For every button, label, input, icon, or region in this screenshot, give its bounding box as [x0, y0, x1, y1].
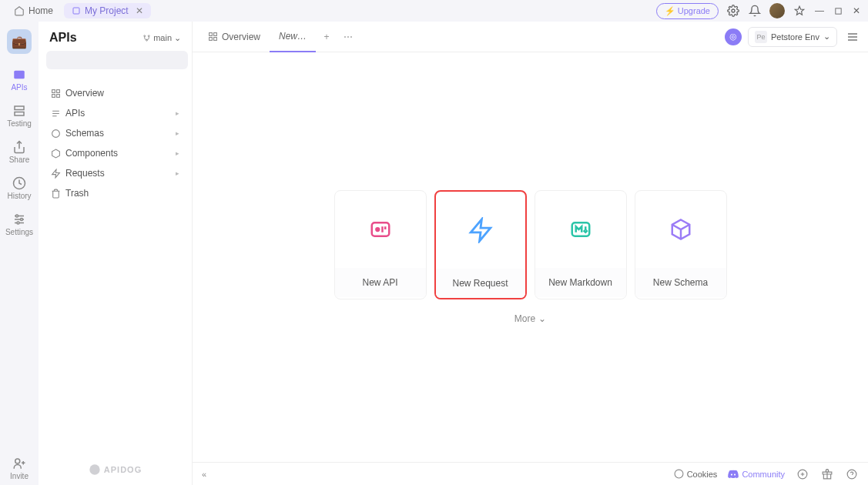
share-badge[interactable]: ◎: [725, 28, 742, 45]
svg-rect-3: [14, 71, 25, 79]
project-tab[interactable]: My Project ✕: [64, 3, 151, 18]
pin-icon[interactable]: [793, 4, 806, 18]
svg-rect-25: [214, 33, 217, 36]
schemas-icon: [51, 129, 61, 139]
svg-rect-21: [57, 94, 60, 97]
upgrade-icon: ⚡: [665, 6, 675, 16]
close-icon[interactable]: ✕: [136, 5, 143, 16]
branch-selector[interactable]: main ⌄: [142, 33, 181, 43]
svg-point-13: [15, 459, 20, 463]
nav-testing[interactable]: Testing: [0, 99, 39, 132]
cookie-icon: [674, 469, 684, 479]
svg-point-32: [376, 228, 379, 231]
card-new-schema[interactable]: New Schema: [635, 190, 727, 299]
tab-overview[interactable]: Overview: [199, 22, 270, 52]
tree-label: Overview: [65, 88, 104, 99]
env-label: Petstore Env: [771, 32, 819, 42]
home-tab[interactable]: Home: [6, 3, 61, 18]
svg-point-34: [675, 470, 683, 478]
branch-label: main: [153, 33, 172, 42]
tree-schemas[interactable]: Schemas ▸: [45, 123, 186, 143]
chevron-right-icon: ▸: [176, 129, 179, 137]
upgrade-button[interactable]: ⚡ Upgrade: [656, 3, 719, 19]
svg-rect-19: [57, 89, 60, 92]
card-new-request[interactable]: New Request: [434, 190, 527, 299]
env-selector[interactable]: Pe Petstore Env ⌄: [748, 27, 837, 47]
sidebar-title: APIs: [49, 31, 77, 45]
svg-rect-5: [15, 112, 24, 116]
svg-rect-26: [209, 38, 213, 41]
svg-rect-4: [15, 106, 24, 110]
tab-label: Overview: [222, 32, 260, 42]
community-link[interactable]: Community: [728, 469, 785, 480]
nav-share[interactable]: Share: [0, 135, 39, 169]
nav-label: Settings: [5, 228, 33, 236]
tab-more-button[interactable]: ⋯: [337, 26, 359, 48]
trash-icon: [51, 189, 61, 199]
footer-add-icon[interactable]: [796, 467, 809, 481]
nav-settings[interactable]: Settings: [0, 208, 39, 241]
more-link[interactable]: More ⌄: [514, 313, 546, 324]
chevron-down-icon: ⌄: [174, 33, 181, 43]
overview-icon: [51, 89, 61, 99]
tree-components[interactable]: Components ▸: [45, 143, 186, 163]
tree-apis[interactable]: APIs ▸: [45, 103, 186, 123]
brand-footer: APIDOG: [39, 454, 192, 485]
svg-point-12: [17, 222, 19, 224]
tab-overview-icon: [208, 32, 218, 42]
chevron-down-icon: ⌄: [538, 313, 546, 324]
workspace-logo[interactable]: 💼: [7, 29, 32, 54]
search-input[interactable]: [46, 51, 188, 69]
collapse-button[interactable]: «: [202, 470, 206, 479]
settings-icon[interactable]: [726, 4, 740, 18]
card-label: New Markdown: [535, 268, 626, 297]
env-badge-icon: Pe: [755, 31, 767, 43]
close-window-icon[interactable]: ✕: [851, 5, 862, 16]
svg-rect-24: [209, 33, 213, 36]
share-icon: [12, 140, 26, 154]
tree-label: Schemas: [65, 128, 104, 139]
panel-menu-button[interactable]: [843, 28, 862, 46]
svg-point-1: [732, 9, 735, 12]
testing-icon: [12, 104, 26, 118]
tree-label: Components: [65, 148, 118, 159]
maximize-icon[interactable]: [833, 5, 843, 16]
tree-requests[interactable]: Requests ▸: [45, 163, 186, 183]
card-label: New Request: [436, 269, 525, 298]
nav-apis[interactable]: APIs: [0, 63, 39, 96]
settings-nav-icon: [12, 212, 26, 226]
chevron-right-icon: ▸: [176, 149, 179, 157]
nav-invite[interactable]: Invite: [0, 452, 39, 485]
minimize-icon[interactable]: —: [814, 5, 825, 16]
components-icon: [51, 149, 61, 159]
brand-label: APIDOG: [104, 465, 142, 474]
home-icon: [14, 5, 25, 16]
avatar[interactable]: [769, 3, 785, 18]
tree-trash[interactable]: Trash: [45, 183, 186, 203]
svg-point-22: [52, 129, 60, 137]
svg-point-11: [21, 219, 23, 221]
cookies-label: Cookies: [687, 470, 718, 479]
invite-icon: [12, 457, 26, 470]
discord-icon: [728, 469, 739, 480]
svg-point-15: [148, 35, 149, 36]
card-new-markdown[interactable]: New Markdown: [535, 190, 627, 299]
footer-gift-icon[interactable]: [820, 467, 834, 481]
tab-add-button[interactable]: +: [316, 26, 337, 48]
svg-rect-2: [835, 8, 840, 13]
project-label: My Project: [85, 5, 129, 16]
tree-overview[interactable]: Overview: [45, 83, 186, 103]
nav-history[interactable]: History: [0, 172, 39, 205]
nav-label: Testing: [7, 119, 32, 128]
tree-label: APIs: [65, 108, 85, 119]
cookies-link[interactable]: Cookies: [674, 469, 718, 479]
bell-icon[interactable]: [748, 4, 762, 18]
tab-label: New…: [279, 31, 307, 42]
nav-label: Invite: [10, 472, 28, 480]
titlebar: Home My Project ✕ ⚡ Upgrade — ✕: [0, 0, 868, 22]
project-icon: [72, 6, 81, 15]
nav-label: History: [7, 192, 31, 200]
card-new-api[interactable]: New API: [334, 190, 427, 299]
tab-new[interactable]: New…: [270, 22, 316, 52]
footer-help-icon[interactable]: [845, 467, 859, 481]
